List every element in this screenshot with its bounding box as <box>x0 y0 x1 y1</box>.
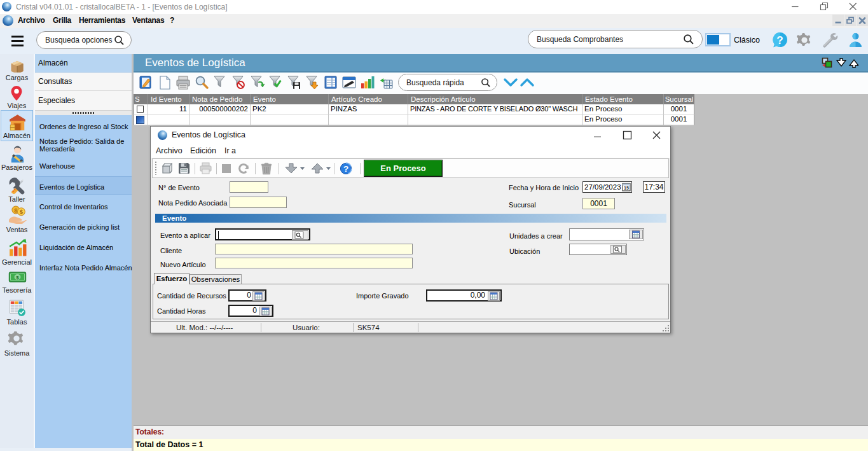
svg-text:?: ? <box>776 34 783 46</box>
svg-text:$: $ <box>16 275 19 281</box>
svg-text:$: $ <box>20 208 24 215</box>
svg-text:?: ? <box>343 164 348 174</box>
svg-text:15: 15 <box>624 186 629 190</box>
